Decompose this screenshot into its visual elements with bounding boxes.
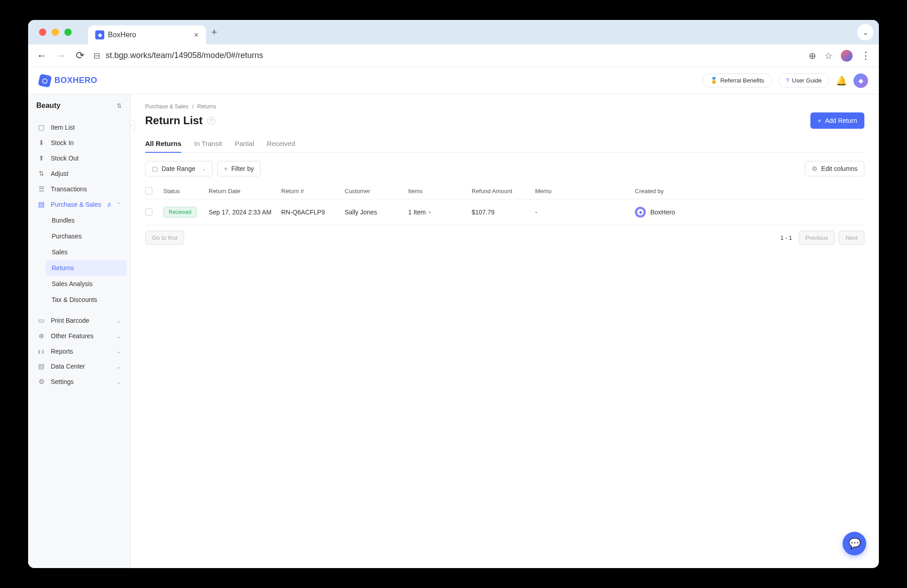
sidebar-collapse-button[interactable]: ‹: [131, 120, 135, 131]
user-guide-button[interactable]: ? User Guide: [778, 73, 829, 87]
cell-memo: -: [535, 209, 635, 216]
cell-return-no: RN-Q6ACFLP9: [281, 209, 345, 216]
tab-in-transit[interactable]: In Transit: [194, 135, 222, 153]
window-close[interactable]: [39, 29, 46, 36]
sidebar-item-stock-out[interactable]: ⬆ Stock Out: [32, 151, 127, 166]
window-maximize[interactable]: [64, 29, 72, 36]
return-table: Status Return Date Return # Customer Ite…: [145, 183, 864, 225]
tab-favicon-icon: ◆: [95, 30, 104, 39]
subnav-sales[interactable]: Sales: [45, 244, 127, 260]
items-expand-icon[interactable]: ▾: [429, 209, 431, 215]
nav-label: Data Center: [51, 363, 111, 370]
subnav-purchases[interactable]: Purchases: [45, 228, 127, 244]
help-icon: ?: [786, 77, 789, 84]
breadcrumb: Purchase & Sales / Returns: [145, 94, 864, 110]
team-selector[interactable]: Beauty ⇅: [28, 94, 130, 117]
go-to-first-button[interactable]: Go to first: [145, 231, 184, 245]
upload-icon: ⬆: [37, 154, 45, 162]
sidebar-item-transactions[interactable]: ☰ Transactions: [32, 181, 127, 197]
logo[interactable]: ⬡ BOXHERO: [39, 75, 98, 87]
subnav-bundles[interactable]: Bundles: [45, 213, 127, 228]
nav-back-button[interactable]: ←: [36, 49, 47, 62]
sidebar-item-purchase-sales[interactable]: ▤ Purchase & Sales β ⌃: [32, 197, 127, 212]
chart-icon: ⫾⫾: [37, 347, 45, 355]
chevron-down-icon: ⌄: [116, 348, 121, 355]
date-range-label: Date Range: [161, 165, 195, 172]
col-return-date: Return Date: [209, 188, 281, 194]
zoom-icon[interactable]: ⊕: [809, 50, 816, 61]
gear-icon: ⚙: [812, 165, 818, 172]
page-help-icon[interactable]: ?: [207, 117, 215, 125]
select-all-checkbox[interactable]: [145, 187, 152, 194]
page-title: Return List: [145, 114, 203, 127]
nav-label: Stock In: [51, 139, 121, 146]
plus-icon: +: [818, 117, 821, 124]
tab-partial[interactable]: Partial: [235, 135, 254, 153]
logo-text: BOXHERO: [54, 76, 98, 85]
cell-items: 1 Item: [408, 209, 426, 216]
subnav-sales-analysis[interactable]: Sales Analysis: [45, 276, 127, 292]
edit-columns-label: Edit columns: [821, 165, 858, 172]
url-input[interactable]: ⊟ st.bgp.works/team/149058/mode/0#/retur…: [93, 51, 800, 61]
breadcrumb-parent[interactable]: Purchase & Sales: [145, 103, 188, 110]
bookmark-icon[interactable]: ☆: [824, 50, 833, 61]
pagination: Go to first 1 - 1 Previous Next: [145, 231, 864, 245]
sidebar-item-data-center[interactable]: ▤ Data Center ⌄: [32, 359, 127, 374]
sidebar-item-reports[interactable]: ⫾⫾ Reports ⌄: [32, 344, 127, 359]
profile-badge[interactable]: [841, 50, 853, 62]
site-settings-icon[interactable]: ⊟: [93, 51, 100, 61]
tabs-dropdown-button[interactable]: ⌄: [857, 24, 873, 40]
table-header: Status Return Date Return # Customer Ite…: [145, 183, 864, 199]
tab-close-icon[interactable]: ×: [194, 30, 199, 40]
sidebar-item-print-barcode[interactable]: ▭ Print Barcode ⌄: [32, 313, 127, 328]
browser-menu-icon[interactable]: ⋮: [861, 50, 871, 62]
sidebar-item-stock-in[interactable]: ⬇ Stock In: [32, 135, 127, 151]
tab-all-returns[interactable]: All Returns: [145, 135, 181, 153]
download-icon: ⬇: [37, 139, 45, 147]
edit-columns-button[interactable]: ⚙ Edit columns: [805, 161, 864, 176]
sidebar-item-settings[interactable]: ⚙ Settings ⌄: [32, 374, 127, 389]
breadcrumb-current[interactable]: Returns: [197, 103, 216, 110]
calendar-icon: ▢: [152, 165, 158, 172]
nav-forward-button[interactable]: →: [55, 49, 66, 62]
notifications-icon[interactable]: 🔔: [836, 75, 847, 86]
sidebar: Beauty ⇅ ▢ Item List ⬇ Stock In ⬆ Stock …: [28, 94, 131, 568]
add-return-button[interactable]: + Add Return: [810, 112, 864, 129]
browser-tab-strip: ◆ BoxHero × + ⌄: [28, 20, 879, 44]
new-tab-button[interactable]: +: [211, 26, 217, 38]
col-return-no: Return #: [281, 188, 345, 194]
team-switch-icon: ⇅: [117, 102, 122, 109]
subnav-tax-discounts[interactable]: Tax & Discounts: [45, 292, 127, 307]
receipt-icon: ▤: [37, 200, 45, 209]
next-button[interactable]: Next: [839, 231, 864, 245]
nav-reload-button[interactable]: ⟳: [74, 49, 85, 62]
cell-refund-amount: $107.79: [472, 209, 535, 216]
medal-icon: 🏅: [710, 77, 717, 84]
user-avatar[interactable]: ◆: [853, 73, 868, 88]
tab-title: BoxHero: [108, 31, 190, 39]
sidebar-item-item-list[interactable]: ▢ Item List: [32, 120, 127, 135]
subnav-returns[interactable]: Returns: [45, 260, 127, 276]
filter-label: Filter by: [231, 165, 254, 172]
row-checkbox[interactable]: [145, 209, 152, 216]
chevron-down-icon: ⌄: [116, 363, 121, 370]
previous-button[interactable]: Previous: [799, 231, 835, 245]
sidebar-item-other-features[interactable]: ⊕ Other Features ⌄: [32, 328, 127, 344]
date-range-button[interactable]: ▢ Date Range ⌄: [145, 161, 213, 176]
url-bar: ← → ⟳ ⊟ st.bgp.works/team/149058/mode/0#…: [28, 44, 879, 67]
sidebar-item-adjust[interactable]: ⇅ Adjust: [32, 166, 127, 181]
browser-tab-active[interactable]: ◆ BoxHero ×: [88, 25, 206, 44]
tabs: All Returns In Transit Partial Received: [145, 135, 864, 153]
chat-button[interactable]: 💬: [843, 532, 866, 555]
col-refund-amount: Refund Amount: [472, 188, 535, 194]
plus-circle-icon: ⊕: [37, 332, 45, 340]
referral-button[interactable]: 🏅 Referral Benefits: [702, 73, 772, 87]
filter-button[interactable]: + Filter by: [217, 161, 261, 176]
cell-return-date: Sep 17, 2024 2:33 AM: [209, 209, 281, 216]
cell-customer: Sally Jones: [345, 209, 408, 216]
url-value: st.bgp.works/team/149058/mode/0#/returns: [106, 51, 263, 60]
window-minimize[interactable]: [52, 29, 59, 36]
table-row[interactable]: Received Sep 17, 2024 2:33 AM RN-Q6ACFLP…: [145, 199, 864, 225]
tab-received[interactable]: Received: [267, 135, 295, 153]
nav-label: Purchase & Sales: [51, 201, 102, 208]
